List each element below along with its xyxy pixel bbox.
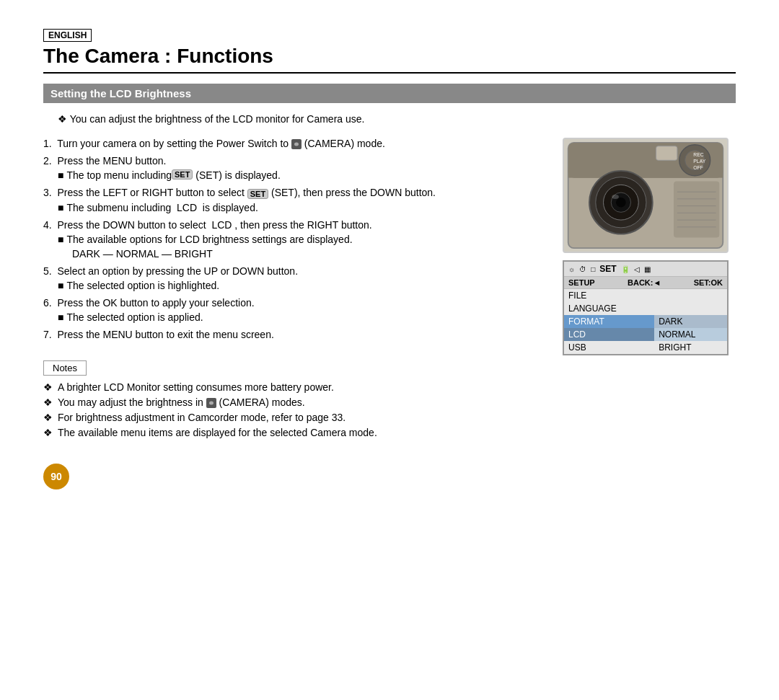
step-5-text: 5. Select an option by pressing the UP o… bbox=[43, 265, 298, 277]
svg-point-13 bbox=[612, 195, 619, 199]
lcd-cell-usb-label: USB bbox=[564, 341, 654, 354]
lcd-cell-format-value: DARK bbox=[654, 315, 727, 328]
lcd-cell-lcd-value: NORMAL bbox=[654, 328, 727, 341]
step-7: 7. Press the MENU button to exit the men… bbox=[43, 329, 541, 340]
lcd-cell-usb-value: BRIGHT bbox=[654, 341, 727, 354]
note-4: The available menu items are displayed f… bbox=[43, 427, 541, 438]
lcd-header-back: BACK:◄ bbox=[628, 278, 661, 287]
step-6-sub-1: The selected option is applied. bbox=[58, 311, 541, 323]
step-2-sub-1: The top menu including SET (SET) is disp… bbox=[58, 169, 541, 181]
svg-text:PLAY: PLAY bbox=[693, 159, 705, 164]
step-3-text: 3. Press the LEFT or RIGHT button to sel… bbox=[43, 187, 436, 198]
lcd-cell-file-value bbox=[654, 289, 727, 302]
lcd-icon-set: SET bbox=[599, 264, 616, 274]
step-4-text: 4. Press the DOWN button to select LCD ,… bbox=[43, 219, 372, 231]
section-header: Setting the LCD Brightness bbox=[43, 84, 736, 103]
lcd-header-setup: SETUP bbox=[568, 278, 595, 287]
lcd-row-lcd: LCD NORMAL bbox=[564, 328, 727, 341]
step-5-sub-1: The selected option is highlighted. bbox=[58, 280, 541, 291]
dark-normal-bright-label: DARK — NORMAL — BRIGHT bbox=[72, 248, 541, 260]
notes-label: Notes bbox=[43, 360, 87, 376]
english-tag: ENGLISH bbox=[43, 29, 92, 42]
lcd-icons-row: ☼ ⏱ □ SET 🔋 ◁ ▦ bbox=[564, 262, 727, 277]
page-number-badge: 90 bbox=[43, 464, 69, 489]
steps-container: 1. Turn your camera on by setting the Po… bbox=[43, 138, 541, 489]
note-3: For brightness adjustment in Camcorder m… bbox=[43, 412, 541, 423]
lcd-cell-language-value bbox=[654, 302, 727, 315]
lcd-icon-2: ⏱ bbox=[579, 265, 586, 273]
lcd-menu-display: ☼ ⏱ □ SET 🔋 ◁ ▦ SETUP BACK:◄ SET:OK FILE bbox=[563, 260, 729, 355]
lcd-row-file: FILE bbox=[564, 289, 727, 302]
lcd-cell-lcd-label: LCD bbox=[564, 328, 654, 341]
note-1: A brighter LCD Monitor setting consumes … bbox=[43, 381, 541, 393]
lcd-icon-5: ◁ bbox=[634, 265, 640, 273]
notes-list: A brighter LCD Monitor setting consumes … bbox=[43, 381, 541, 438]
lcd-icon-4: 🔋 bbox=[621, 265, 630, 273]
lcd-icon-1: ☼ bbox=[568, 265, 575, 273]
step-6-text: 6. Press the OK button to apply your sel… bbox=[43, 297, 255, 309]
step-3: 3. Press the LEFT or RIGHT button to sel… bbox=[43, 187, 541, 213]
lcd-icon-6: ▦ bbox=[644, 265, 651, 273]
set-badge-1: SET bbox=[172, 169, 193, 180]
lcd-icon-3: □ bbox=[591, 265, 595, 273]
svg-text:REC: REC bbox=[693, 152, 703, 157]
lcd-cell-file-label: FILE bbox=[564, 289, 654, 302]
svg-text:OFF: OFF bbox=[693, 165, 703, 170]
svg-point-12 bbox=[616, 198, 626, 208]
step-5: 5. Select an option by pressing the UP o… bbox=[43, 265, 541, 291]
lcd-cell-language-label: LANGUAGE bbox=[564, 302, 654, 315]
set-badge-2: SET bbox=[247, 189, 268, 199]
intro-bullet: You can adjust the brightness of the LCD… bbox=[58, 113, 736, 125]
step-3-sub-1: The submenu including LCD is displayed. bbox=[58, 202, 541, 213]
step-7-text: 7. Press the MENU button to exit the men… bbox=[43, 329, 274, 340]
right-column: REC PLAY OFF bbox=[563, 138, 736, 489]
step-4-sub-1: The available options for LCD brightness… bbox=[58, 234, 541, 245]
step-2: 2. Press the MENU button. The top menu i… bbox=[43, 155, 541, 181]
lcd-row-format: FORMAT DARK bbox=[564, 315, 727, 328]
lcd-table: FILE LANGUAGE FORMAT DARK LCD NORMAL USB bbox=[564, 289, 727, 354]
svg-rect-21 bbox=[656, 146, 677, 161]
svg-rect-14 bbox=[674, 182, 719, 238]
note-2: You may adjust the brightness in (CAMERA… bbox=[43, 396, 541, 408]
lcd-cell-format-label: FORMAT bbox=[564, 315, 654, 328]
lcd-header-setok: SET:OK bbox=[694, 278, 723, 287]
lcd-row-usb: USB BRIGHT bbox=[564, 341, 727, 354]
camera-icon-2 bbox=[206, 398, 216, 408]
lcd-header-row: SETUP BACK:◄ SET:OK bbox=[564, 277, 727, 289]
lcd-row-language: LANGUAGE bbox=[564, 302, 727, 315]
step-4: 4. Press the DOWN button to select LCD ,… bbox=[43, 219, 541, 260]
steps-list: 1. Turn your camera on by setting the Po… bbox=[43, 138, 541, 340]
step-2-text: 2. Press the MENU button. bbox=[43, 155, 166, 167]
page-title: The Camera : Functions bbox=[43, 45, 736, 74]
camera-icon-1 bbox=[291, 139, 302, 149]
step-1-text: 1. Turn your camera on by setting the Po… bbox=[43, 138, 385, 149]
step-1: 1. Turn your camera on by setting the Po… bbox=[43, 138, 541, 149]
camera-device-image: REC PLAY OFF bbox=[563, 138, 729, 253]
step-6: 6. Press the OK button to apply your sel… bbox=[43, 297, 541, 323]
